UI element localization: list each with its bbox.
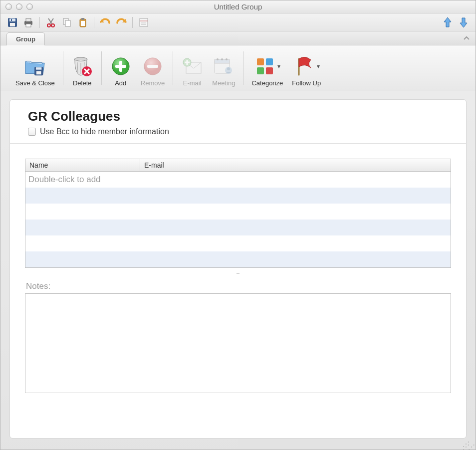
dropdown-caret-icon: ▾ [317, 63, 320, 70]
window-close-button[interactable] [5, 3, 12, 10]
svg-rect-22 [36, 71, 41, 75]
follow-up-button[interactable]: ▾ Follow Up [291, 54, 322, 88]
svg-rect-34 [147, 65, 158, 68]
group-card: GR Colleagues Use Bcc to hide member inf… [9, 99, 467, 439]
svg-point-45 [227, 67, 230, 70]
svg-rect-12 [65, 20, 70, 26]
remove-minus-icon [142, 55, 164, 77]
folder-save-icon [24, 55, 46, 77]
table-row[interactable] [25, 235, 451, 251]
email-button[interactable]: E-mail [180, 54, 204, 88]
email-label: E-mail [183, 79, 202, 87]
column-header-email[interactable]: E-mail [140, 159, 451, 171]
svg-rect-47 [266, 58, 273, 65]
save-close-button[interactable]: Save & Close [14, 54, 56, 88]
email-icon [181, 55, 203, 77]
svg-point-43 [226, 58, 228, 60]
bcc-label: Use Bcc to hide member information [40, 127, 169, 136]
members-table[interactable]: Name E-mail Double-click to add [25, 159, 451, 268]
next-item-arrow-icon[interactable] [457, 16, 470, 29]
svg-rect-16 [140, 18, 148, 26]
redo-icon[interactable] [115, 16, 128, 29]
trash-delete-icon [71, 55, 93, 77]
svg-rect-1 [9, 18, 15, 21]
cut-icon[interactable] [44, 16, 57, 29]
window-zoom-button[interactable] [26, 3, 33, 10]
remove-label: Remove [141, 79, 165, 87]
notes-textarea[interactable] [25, 293, 451, 393]
bcc-checkbox[interactable] [28, 128, 36, 136]
svg-point-41 [217, 58, 219, 60]
table-row[interactable]: Double-click to add [25, 172, 451, 188]
column-header-name[interactable]: Name [25, 159, 140, 171]
svg-rect-46 [257, 58, 264, 65]
svg-rect-21 [36, 67, 41, 70]
remove-button[interactable]: Remove [140, 54, 166, 88]
svg-point-9 [47, 24, 50, 27]
categorize-button[interactable]: ▾ Categorize [250, 54, 284, 88]
svg-rect-15 [81, 21, 85, 26]
notes-label: Notes: [26, 281, 451, 291]
svg-rect-5 [26, 18, 31, 21]
group-name: GR Colleagues [25, 109, 451, 124]
dropdown-caret-icon: ▾ [277, 63, 280, 70]
window-title: Untitled Group [0, 2, 476, 11]
form-icon[interactable] [137, 16, 150, 29]
quick-access-toolbar [0, 13, 476, 31]
table-row[interactable] [25, 188, 451, 204]
previous-item-arrow-icon[interactable] [441, 16, 454, 29]
table-row[interactable] [25, 204, 451, 220]
meeting-button[interactable]: Meeting [211, 54, 236, 88]
copy-icon[interactable] [60, 16, 73, 29]
categorize-label: Categorize [251, 79, 283, 87]
window-minimize-button[interactable] [16, 3, 22, 10]
titlebar: Untitled Group [0, 0, 476, 13]
follow-up-label: Follow Up [292, 79, 321, 87]
ribbon-tabs: Group [0, 31, 476, 45]
add-label: Add [115, 79, 126, 87]
print-icon[interactable] [22, 16, 35, 29]
categorize-icon [254, 55, 276, 77]
svg-rect-32 [115, 65, 126, 68]
meeting-label: Meeting [212, 79, 235, 87]
ribbon: Save & Close Delete Add [0, 45, 476, 90]
flag-icon [293, 55, 315, 77]
svg-rect-6 [26, 24, 31, 27]
save-icon[interactable] [6, 16, 19, 29]
svg-rect-2 [10, 23, 15, 26]
table-row[interactable] [25, 251, 451, 267]
delete-button[interactable]: Delete [70, 54, 94, 88]
table-row[interactable] [25, 220, 451, 235]
svg-point-10 [51, 24, 54, 27]
collapse-ribbon-icon[interactable] [463, 34, 471, 42]
add-plus-icon [110, 55, 132, 77]
paste-icon[interactable] [76, 16, 89, 29]
svg-rect-48 [257, 67, 264, 74]
add-placeholder: Double-click to add [25, 173, 104, 187]
add-button[interactable]: Add [109, 54, 133, 88]
svg-rect-3 [11, 19, 12, 21]
meeting-calendar-icon [213, 55, 235, 77]
tab-group[interactable]: Group [6, 32, 45, 45]
svg-rect-38 [185, 62, 190, 63]
delete-label: Delete [73, 79, 92, 87]
resize-handle-icon[interactable]: ╶╴ [25, 268, 451, 279]
save-close-label: Save & Close [15, 79, 55, 87]
svg-rect-49 [266, 67, 273, 74]
undo-icon[interactable] [99, 16, 112, 29]
svg-point-42 [221, 58, 223, 60]
svg-rect-14 [81, 18, 84, 20]
